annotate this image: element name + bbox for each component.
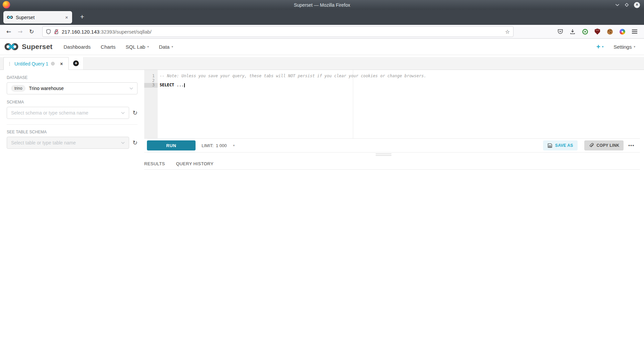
sql-keyword: SELECT: [160, 83, 174, 87]
back-icon[interactable]: ←: [3, 27, 14, 37]
main-menu: Dashboards Charts SQL Lab▾ Data▾: [58, 44, 178, 50]
limit-dropdown[interactable]: LIMIT: 1 000 ▾: [202, 143, 234, 148]
query-tab-title: Untitled Query 1: [14, 61, 48, 67]
chevron-down-icon: [121, 142, 125, 144]
query-tab-close-icon[interactable]: ×: [60, 61, 63, 67]
sql-comment-line: -- Note: Unless you save your query, the…: [160, 74, 640, 79]
settings-menu[interactable]: Settings▾: [613, 44, 635, 50]
schema-select[interactable]: Select schema or type schema name: [7, 107, 129, 119]
south-pane-tabs: RESULTS QUERY HISTORY: [144, 161, 640, 170]
sqllab-sidebar: DATABASE trino Trino warehouse SCHEMA Se…: [0, 70, 144, 350]
limit-value: 1 000: [216, 143, 227, 148]
pinwheel-extension-icon[interactable]: [618, 28, 626, 36]
browser-tab-close-icon[interactable]: ×: [64, 14, 69, 20]
pocket-icon[interactable]: [556, 28, 564, 36]
database-select[interactable]: trino Trino warehouse: [7, 82, 138, 94]
refresh-schemas-icon[interactable]: ↻: [132, 110, 138, 116]
resize-grip-handle[interactable]: [376, 154, 391, 156]
url-path: :32393/superset/sqllab/: [100, 29, 152, 35]
save-icon: [547, 143, 552, 148]
url-text[interactable]: 217.160.120.143:32393/superset/sqllab/: [62, 29, 502, 35]
new-tab-button[interactable]: +: [77, 12, 87, 22]
brand-name: Superset: [22, 43, 52, 51]
nav-item-data[interactable]: Data▾: [154, 44, 178, 50]
window-titlebar: Superset — Mozilla Firefox ×: [0, 0, 644, 10]
run-button[interactable]: RUN: [147, 140, 196, 150]
plus-circle-icon: +: [73, 60, 79, 66]
browser-toolbar: ← → ↻ 217.160.120.143:32393/superset/sql…: [0, 25, 644, 39]
chevron-down-icon: ▾: [233, 144, 235, 147]
url-host: 217.160.120.143: [62, 29, 100, 35]
forward-icon[interactable]: →: [15, 27, 25, 37]
chevron-down-icon: ▾: [147, 45, 149, 48]
browser-tab-superset[interactable]: Superset ×: [3, 11, 72, 24]
lock-insecure-icon[interactable]: [54, 29, 59, 35]
sql-blank-line: [160, 79, 640, 83]
table-select[interactable]: Select table or type table name: [7, 137, 129, 149]
bookmark-star-icon[interactable]: ☆: [505, 29, 510, 35]
nav-item-charts[interactable]: Charts: [96, 44, 120, 50]
add-new-button[interactable]: +▾: [596, 43, 603, 51]
editor-content[interactable]: -- Note: Unless you save your query, the…: [158, 70, 640, 138]
more-options-icon[interactable]: •••: [628, 143, 635, 148]
tab-query-history[interactable]: QUERY HISTORY: [176, 161, 214, 166]
query-tab-active[interactable]: ⋮ Untitled Query 1 ×: [3, 57, 69, 70]
editor-toolbar: RUN LIMIT: 1 000 ▾ SAVE AS COPY LINK •••: [144, 138, 640, 152]
drag-handle-icon[interactable]: ⋮: [7, 61, 12, 66]
sql-code-editor[interactable]: 1 2 3 -- Note: Unless you save your quer…: [144, 70, 640, 138]
superset-logo[interactable]: Superset: [4, 43, 52, 51]
query-tab-bar: ⋮ Untitled Query 1 × +: [0, 57, 644, 70]
window-close-icon[interactable]: ×: [634, 2, 640, 8]
line-number: 2: [144, 79, 155, 83]
nav-item-dashboards[interactable]: Dashboards: [58, 44, 96, 50]
cookie-extension-icon[interactable]: [606, 28, 614, 36]
sql-rest: ...: [174, 83, 184, 87]
table-schema-label: SEE TABLE SCHEMA: [7, 130, 138, 134]
tab-results[interactable]: RESULTS: [144, 161, 165, 166]
chevron-down-icon: [121, 112, 125, 114]
superset-favicon: [7, 15, 13, 19]
line-number-active: 3: [144, 83, 158, 88]
menu-hamburger-icon[interactable]: [631, 28, 639, 36]
database-value: Trino warehouse: [29, 86, 126, 91]
url-bar[interactable]: 217.160.120.143:32393/superset/sqllab/ ☆: [42, 26, 514, 37]
copy-link-button[interactable]: COPY LINK: [584, 140, 624, 150]
window-maximize-icon[interactable]: [625, 3, 629, 7]
sql-editor-pane: 1 2 3 -- Note: Unless you save your quer…: [144, 70, 640, 350]
ublock-origin-icon[interactable]: [593, 28, 601, 36]
browser-tab-title: Superset: [16, 15, 62, 20]
sql-statement-line: SELECT ...: [160, 83, 640, 88]
window-minimize-icon[interactable]: [615, 4, 620, 6]
add-query-tab-button[interactable]: +: [69, 57, 84, 70]
database-label: DATABASE: [7, 75, 138, 80]
sidebar-divider: [7, 124, 138, 125]
chevron-down-icon: ▾: [171, 45, 173, 48]
nav-item-sql-lab[interactable]: SQL Lab▾: [121, 44, 154, 50]
shield-icon[interactable]: [46, 29, 51, 34]
link-icon: [589, 143, 594, 148]
pane-resize-zone: [144, 152, 640, 157]
editor-gutter: 1 2 3: [144, 70, 158, 138]
limit-label: LIMIT:: [202, 143, 213, 148]
schema-placeholder: Select schema or type schema name: [11, 110, 118, 116]
chevron-down-icon: [129, 87, 133, 90]
reload-icon[interactable]: ↻: [26, 27, 37, 37]
table-placeholder: Select table or type table name: [11, 140, 118, 145]
refresh-tables-icon[interactable]: ↻: [132, 140, 138, 146]
extension-green-icon[interactable]: [581, 28, 589, 36]
browser-tabbar: Superset × +: [0, 10, 644, 25]
query-status-dot: [51, 62, 55, 65]
superset-navbar: Superset Dashboards Charts SQL Lab▾ Data…: [0, 39, 644, 55]
text-cursor: [184, 83, 185, 87]
chevron-down-icon: ▾: [602, 45, 604, 48]
window-title: Superset — Mozilla Firefox: [0, 2, 644, 8]
downloads-icon[interactable]: [569, 28, 577, 36]
chevron-down-icon: ▾: [634, 45, 635, 48]
schema-label: SCHEMA: [7, 100, 138, 104]
line-number: 1: [144, 74, 155, 79]
superset-infinity-icon: [4, 43, 19, 51]
save-as-button[interactable]: SAVE AS: [543, 140, 577, 150]
database-engine-tag: trino: [11, 85, 25, 92]
